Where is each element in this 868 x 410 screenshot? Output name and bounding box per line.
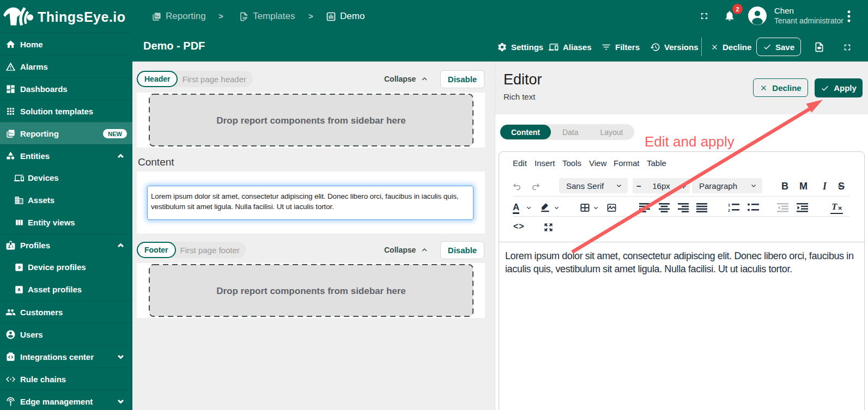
svg-text:1: 1 xyxy=(728,203,730,207)
svg-text:2: 2 xyxy=(728,209,730,212)
